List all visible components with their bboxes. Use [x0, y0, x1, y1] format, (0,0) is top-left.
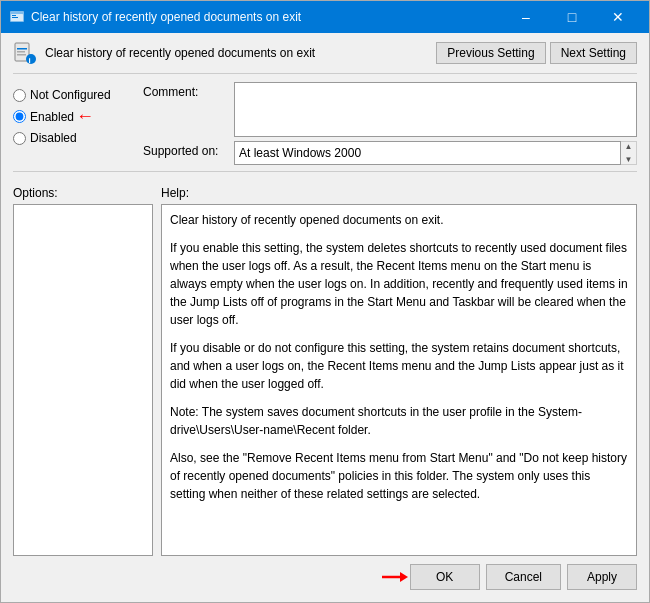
supported-label: Supported on:: [143, 141, 228, 158]
enabled-radio-item[interactable]: Enabled: [13, 108, 74, 126]
supported-row: Supported on: At least Windows 2000 ▲ ▼: [143, 141, 637, 165]
help-label: Help:: [161, 186, 637, 200]
help-p2: If you enable this setting, the system d…: [170, 239, 628, 329]
minimize-button[interactable]: –: [503, 1, 549, 33]
header-title: Clear history of recently opened documen…: [45, 46, 436, 60]
title-bar-controls: – □ ✕: [503, 1, 641, 33]
help-p4: Note: The system saves document shortcut…: [170, 403, 628, 439]
ok-button-wrapper: OK: [410, 564, 480, 590]
cancel-button[interactable]: Cancel: [486, 564, 561, 590]
comment-row: Comment:: [143, 82, 637, 137]
help-text-area: Clear history of recently opened documen…: [161, 204, 637, 556]
enabled-radio-wrapper: Enabled ←: [13, 106, 143, 127]
divider: [13, 171, 637, 172]
svg-rect-7: [17, 54, 26, 56]
footer-row: OK Cancel Apply: [13, 556, 637, 594]
svg-rect-3: [12, 17, 18, 18]
comment-textarea[interactable]: [234, 82, 637, 137]
help-p5: Also, see the "Remove Recent Items menu …: [170, 449, 628, 503]
svg-text:i: i: [29, 56, 31, 65]
scroll-down-arrow: ▼: [625, 155, 633, 164]
disabled-radio[interactable]: [13, 132, 26, 145]
ok-arrow-icon: [380, 567, 410, 587]
header-row: i Clear history of recently opened docum…: [13, 41, 637, 74]
radio-column: Not Configured Enabled ← Disabled: [13, 82, 143, 165]
not-configured-radio-item[interactable]: Not Configured: [13, 86, 143, 104]
apply-button[interactable]: Apply: [567, 564, 637, 590]
help-scroll-wrapper: Clear history of recently opened documen…: [161, 204, 637, 556]
enabled-radio[interactable]: [13, 110, 26, 123]
enabled-label: Enabled: [30, 110, 74, 124]
supported-scrollbar: ▲ ▼: [621, 141, 637, 165]
not-configured-label: Not Configured: [30, 88, 111, 102]
svg-rect-5: [17, 48, 27, 50]
window-icon: [9, 9, 25, 25]
next-setting-button[interactable]: Next Setting: [550, 42, 637, 64]
svg-rect-6: [17, 51, 25, 53]
comment-supported-section: Comment: Supported on: At least Windows …: [143, 82, 637, 165]
radio-section: Not Configured Enabled ← Disabled: [13, 82, 637, 165]
options-box: [13, 204, 153, 556]
not-configured-radio[interactable]: [13, 89, 26, 102]
maximize-button[interactable]: □: [549, 1, 595, 33]
help-p3: If you disable or do not configure this …: [170, 339, 628, 393]
help-p1: Clear history of recently opened documen…: [170, 211, 628, 229]
disabled-label: Disabled: [30, 131, 77, 145]
help-section: Help: Clear history of recently opened d…: [161, 186, 637, 556]
supported-field-wrapper: At least Windows 2000 ▲ ▼: [234, 141, 637, 165]
title-bar: Clear history of recently opened documen…: [1, 1, 649, 33]
supported-value: At least Windows 2000: [234, 141, 621, 165]
close-button[interactable]: ✕: [595, 1, 641, 33]
ok-button[interactable]: OK: [410, 564, 480, 590]
policy-icon: i: [13, 41, 37, 65]
comment-field-wrapper: [234, 82, 637, 137]
comment-label: Comment:: [143, 82, 228, 99]
nav-buttons: Previous Setting Next Setting: [436, 42, 637, 64]
prev-setting-button[interactable]: Previous Setting: [436, 42, 545, 64]
title-bar-text: Clear history of recently opened documen…: [31, 10, 503, 24]
svg-point-8: [26, 54, 36, 64]
svg-marker-11: [400, 572, 408, 582]
window-body: i Clear history of recently opened docum…: [1, 33, 649, 602]
options-help-row: Options: Help: Clear history of recently…: [13, 186, 637, 556]
svg-rect-2: [12, 15, 16, 16]
options-section: Options:: [13, 186, 153, 556]
disabled-radio-item[interactable]: Disabled: [13, 129, 143, 147]
scroll-up-arrow: ▲: [625, 142, 633, 151]
arrow-indicator: ←: [76, 106, 94, 127]
main-window: Clear history of recently opened documen…: [0, 0, 650, 603]
options-label: Options:: [13, 186, 153, 200]
